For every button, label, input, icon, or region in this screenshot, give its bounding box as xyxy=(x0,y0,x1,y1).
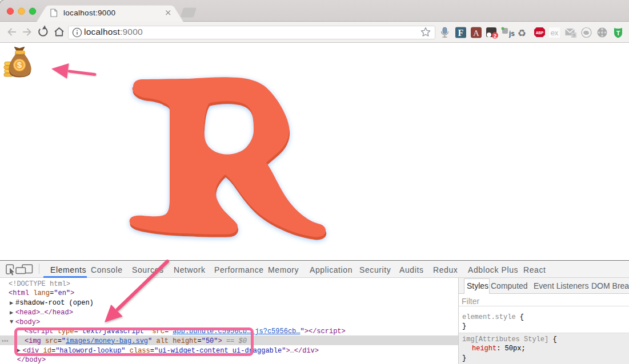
svg-text:F: F xyxy=(458,28,464,38)
svg-text:ex: ex xyxy=(551,29,559,37)
svg-text:$: $ xyxy=(17,60,22,70)
svg-text:js: js xyxy=(508,30,515,38)
svg-text:A: A xyxy=(473,29,479,38)
svg-text:T: T xyxy=(616,30,620,37)
svg-text:ABP: ABP xyxy=(536,31,544,35)
svg-text:?: ? xyxy=(572,33,575,38)
svg-text:♻: ♻ xyxy=(518,28,526,39)
svg-text:2: 2 xyxy=(494,33,496,39)
